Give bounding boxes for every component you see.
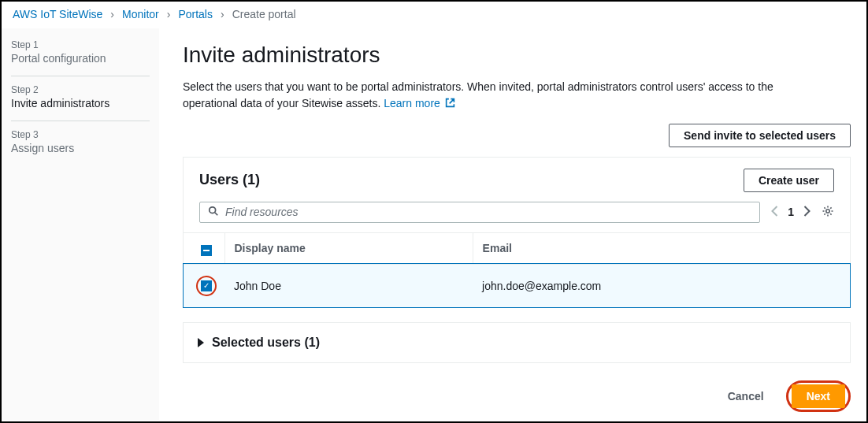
table-row[interactable]: ✓ John Doe john.doe@example.com (184, 264, 850, 307)
chevron-right-icon: › (221, 8, 224, 20)
select-all-checkbox[interactable] (201, 245, 212, 256)
col-email[interactable]: Email (473, 232, 850, 264)
svg-line-1 (215, 213, 218, 216)
search-input-wrapper[interactable] (199, 202, 760, 223)
svg-point-2 (826, 210, 829, 213)
breadcrumb-link-monitor[interactable]: Monitor (122, 8, 159, 20)
pagination: 1 (771, 206, 811, 219)
next-page-icon[interactable] (803, 206, 811, 219)
send-invite-button[interactable]: Send invite to selected users (669, 124, 851, 147)
steps-sidebar: Step 1 Portal configuration Step 2 Invit… (2, 28, 159, 420)
selected-users-toggle[interactable]: Selected users (1) (183, 322, 851, 363)
breadcrumb-current: Create portal (232, 8, 296, 20)
breadcrumb-link-sitewise[interactable]: AWS IoT SiteWise (13, 8, 102, 20)
users-table: Display name Email ✓ John Doe john.doe@e… (184, 232, 850, 307)
breadcrumb: AWS IoT SiteWise › Monitor › Portals › C… (2, 2, 866, 28)
svg-point-0 (210, 207, 216, 213)
search-icon (208, 206, 219, 219)
step-portal-configuration[interactable]: Step 1 Portal configuration (11, 32, 150, 76)
settings-icon[interactable] (822, 205, 834, 220)
cancel-button[interactable]: Cancel (714, 385, 778, 407)
next-button[interactable]: Next (792, 384, 845, 408)
highlight-ellipse: Next (786, 380, 851, 412)
search-input[interactable] (225, 206, 751, 218)
cell-email: john.doe@example.com (473, 264, 850, 307)
col-display-name[interactable]: Display name (224, 232, 473, 264)
chevron-right-icon: › (167, 8, 171, 20)
external-link-icon (445, 96, 455, 113)
chevron-right-icon: › (110, 8, 114, 20)
page-number: 1 (788, 206, 794, 218)
step-assign-users[interactable]: Step 3 Assign users (11, 121, 150, 165)
cell-display-name: John Doe (224, 264, 473, 307)
users-panel: Users (1) Create user 1 (183, 157, 851, 308)
page-description: Select the users that you want to be por… (183, 79, 829, 113)
create-user-button[interactable]: Create user (744, 169, 834, 192)
row-checkbox[interactable]: ✓ (201, 280, 212, 291)
learn-more-link[interactable]: Learn more (384, 97, 454, 109)
users-heading: Users (1) (199, 172, 260, 188)
caret-right-icon (198, 338, 204, 347)
step-invite-administrators[interactable]: Step 2 Invite administrators (11, 76, 150, 121)
page-title: Invite administrators (183, 43, 851, 68)
highlight-circle: ✓ (196, 276, 217, 296)
prev-page-icon[interactable] (771, 206, 778, 219)
breadcrumb-link-portals[interactable]: Portals (178, 8, 213, 20)
